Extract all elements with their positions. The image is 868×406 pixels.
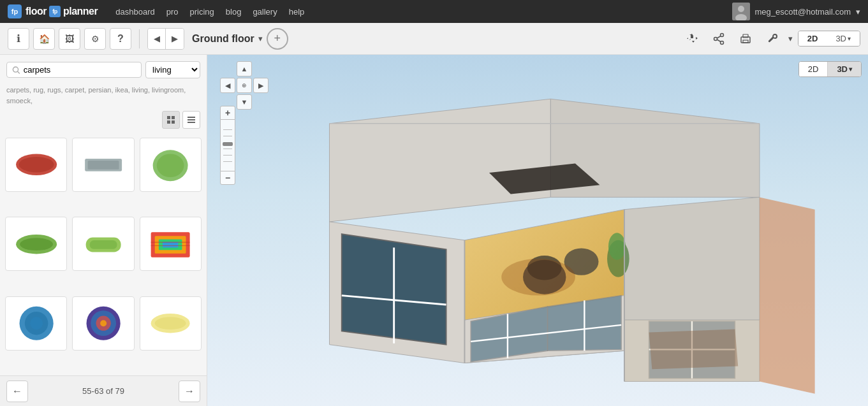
print-button[interactable]	[735, 28, 756, 50]
svg-marker-74	[760, 197, 815, 393]
zoom-tick	[223, 161, 232, 162]
canvas-3d-dropdown-icon[interactable]: ▾	[849, 66, 852, 73]
svg-rect-23	[88, 161, 119, 170]
nav-pricing[interactable]: pricing	[190, 7, 214, 17]
svg-line-12	[18, 71, 20, 73]
svg-rect-29	[90, 240, 117, 249]
3d-view-area[interactable]: ▲ ◀ ⊕ ▶ ▼ + −	[207, 55, 868, 406]
help-button[interactable]: ?	[110, 28, 131, 50]
move-icon	[686, 33, 698, 45]
zoom-tick	[223, 136, 232, 136]
nav-gallery[interactable]: gallery	[253, 7, 277, 17]
logo[interactable]: fp floor fp planner	[8, 4, 98, 18]
print-icon	[739, 33, 752, 45]
carpet-item-4	[12, 223, 61, 265]
prev-arrow-icon: ←	[12, 386, 22, 397]
share-button[interactable]	[708, 28, 730, 50]
logo-icon: fp	[8, 4, 22, 18]
nav-dashboard[interactable]: dashboard	[115, 7, 154, 17]
svg-line-7	[717, 40, 721, 42]
category-select[interactable]: living bedroom kitchen dining	[145, 61, 200, 78]
carpet-item-9	[146, 302, 195, 344]
view-2d-button[interactable]: 2D	[798, 31, 827, 46]
svg-rect-17	[188, 117, 195, 118]
redo-button[interactable]: ▶	[166, 29, 184, 49]
user-email: meg_escott@hotmail.com	[755, 7, 851, 17]
zoom-tick	[223, 155, 232, 156]
logo-text: floor fp planner	[26, 6, 98, 18]
zoom-track	[220, 120, 235, 171]
list-item[interactable]	[140, 217, 202, 271]
list-item[interactable]	[72, 296, 134, 351]
svg-point-5	[714, 37, 717, 40]
toolbar-divider	[139, 29, 140, 48]
image-button[interactable]: 🖼	[59, 28, 80, 50]
view-mode-toggle: 2D 3D▾	[798, 31, 860, 47]
search-input[interactable]	[24, 65, 136, 75]
next-page-button[interactable]: →	[179, 381, 200, 402]
carpet-item-1	[12, 143, 61, 185]
svg-point-70	[608, 233, 626, 259]
user-dropdown-icon: ▾	[856, 7, 860, 17]
list-item[interactable]	[5, 296, 67, 351]
list-item[interactable]	[72, 138, 134, 192]
user-avatar	[732, 3, 750, 20]
svg-rect-19	[188, 122, 195, 123]
carpet-item-7	[12, 302, 61, 344]
view-3d-button[interactable]: 3D▾	[827, 31, 860, 46]
svg-rect-33	[163, 242, 178, 247]
more-dropdown-icon[interactable]: ▾	[788, 34, 793, 43]
info-button[interactable]: ℹ	[8, 28, 29, 50]
carpet-item-8	[79, 302, 128, 344]
svg-point-27	[20, 238, 53, 250]
svg-rect-14	[172, 116, 175, 119]
list-item[interactable]	[140, 138, 202, 192]
add-floor-button[interactable]: +	[267, 28, 288, 50]
svg-point-75	[501, 259, 575, 296]
items-grid	[0, 133, 207, 375]
settings-button[interactable]: ⚙	[84, 28, 106, 50]
search-bar: living bedroom kitchen dining	[0, 55, 207, 82]
user-menu[interactable]: meg_escott@hotmail.com ▾	[732, 3, 860, 20]
view-toggle-display: 2D 3D ▾	[798, 61, 862, 77]
floor-dropdown-button[interactable]: ▾	[258, 34, 263, 43]
nav-pro[interactable]: pro	[166, 7, 179, 17]
list-item[interactable]	[5, 138, 67, 192]
zoom-out-button[interactable]: −	[220, 171, 235, 185]
nav-help[interactable]: help	[289, 7, 305, 17]
nav-blog[interactable]: blog	[226, 7, 242, 17]
wrench-button[interactable]	[761, 28, 783, 50]
settings-icon: ⚙	[91, 34, 99, 44]
top-navigation: fp floor fp planner dashboard pro pricin…	[0, 0, 868, 23]
prev-page-button[interactable]: ←	[6, 381, 28, 402]
item-view-toggle	[0, 111, 207, 133]
list-view-button[interactable]	[182, 111, 200, 129]
pan-up-button[interactable]: ▲	[237, 61, 252, 76]
zoom-tick	[223, 149, 232, 149]
list-item[interactable]	[140, 296, 202, 351]
left-panel: living bedroom kitchen dining carpets, r…	[0, 55, 207, 406]
svg-marker-59	[624, 197, 760, 320]
grid-view-button[interactable]	[162, 111, 180, 129]
svg-point-1	[738, 6, 744, 12]
wrench-icon	[766, 33, 779, 45]
move-button[interactable]	[681, 28, 703, 50]
zoom-in-button[interactable]: +	[220, 106, 235, 120]
zoom-handle[interactable]	[223, 142, 233, 146]
svg-point-4	[720, 41, 723, 44]
list-item[interactable]	[5, 217, 67, 271]
svg-rect-18	[188, 119, 195, 120]
carpet-item-5	[79, 223, 128, 265]
pagination: ← 55-63 of 79 →	[0, 375, 207, 406]
object-button[interactable]: 🏠	[33, 28, 55, 50]
pan-left-button[interactable]: ◀	[220, 78, 235, 93]
canvas-2d-button[interactable]: 2D	[799, 62, 828, 76]
next-arrow-icon: →	[184, 386, 195, 397]
main-content: living bedroom kitchen dining carpets, r…	[0, 55, 868, 406]
list-item[interactable]	[72, 217, 134, 271]
view-3d-dropdown-icon[interactable]: ▾	[848, 35, 851, 42]
undo-button[interactable]: ◀	[148, 29, 166, 49]
svg-rect-10	[743, 40, 748, 43]
add-floor-icon: +	[274, 32, 281, 45]
canvas-3d-button[interactable]: 3D ▾	[828, 62, 861, 76]
